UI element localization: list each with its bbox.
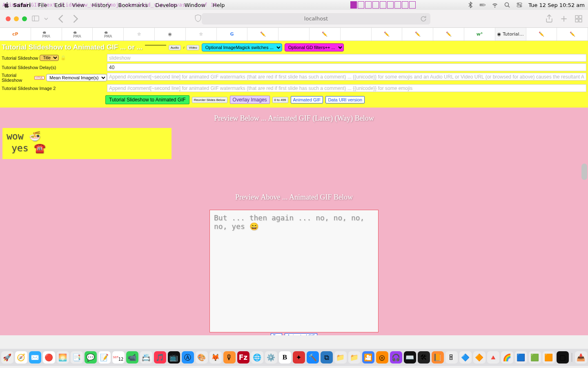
title-select[interactable]: Title (40, 55, 59, 61)
fav-blank-2[interactable] (341, 28, 372, 40)
dock-reminders[interactable]: 📑 (71, 351, 83, 364)
dock-chrome[interactable]: 🌈 (501, 351, 513, 364)
menu-bookmarks[interactable]: Bookmarks (118, 2, 148, 8)
scrollbar-thumb[interactable] (581, 164, 587, 180)
audio-button[interactable]: Audio (169, 45, 181, 50)
close-window[interactable] (6, 16, 11, 21)
dock-books[interactable]: 📙 (432, 351, 444, 364)
data-uri-link[interactable]: Data URI version (325, 96, 365, 103)
dock-dev[interactable]: 🛠 (418, 351, 430, 364)
bluetooth-icon[interactable] (467, 2, 474, 8)
dock-audio[interactable]: 🎙 (223, 351, 236, 364)
fav-cpanel[interactable]: cP (0, 28, 31, 40)
fav-pencil-3[interactable]: ✏️ (372, 28, 403, 40)
dock-music[interactable]: 🎵 (154, 351, 166, 364)
fav-pma-3[interactable]: 🛳PMA (93, 28, 124, 40)
dock-folder1[interactable]: 📁 (334, 351, 347, 364)
delay-input[interactable] (107, 63, 586, 71)
range-button[interactable]: 0 to 499 (272, 97, 288, 103)
dock-terminal1[interactable]: ⌨️ (404, 351, 416, 364)
menu-view[interactable]: View (72, 2, 85, 8)
dock-safari[interactable]: 🧭 (15, 351, 27, 364)
dock-app-g2[interactable]: 🔶 (473, 351, 486, 364)
dock-calendar[interactable]: SEP12 (112, 351, 125, 364)
app-menu[interactable]: Safari (13, 2, 31, 8)
menu-history[interactable]: History (92, 2, 111, 8)
battery-icon[interactable] (479, 2, 486, 8)
dock-orange[interactable]: ◎ (376, 351, 388, 364)
fav-pencil-4[interactable]: ✏️ (402, 28, 433, 40)
dock-filezilla[interactable]: Fz (237, 351, 249, 364)
blank-input-underline[interactable] (145, 45, 166, 45)
search-icon[interactable] (504, 2, 510, 8)
fav-star-2[interactable]: ☆ (186, 28, 217, 40)
fav-tutorial-active[interactable]: ◉ Tutorial… (495, 28, 526, 40)
dock-notes[interactable]: 📝 (98, 351, 111, 364)
dock-app-b[interactable]: B (279, 351, 291, 364)
tab-overview-icon[interactable] (575, 15, 582, 22)
sidebar-toggle-icon[interactable] (32, 15, 39, 22)
dock-messages[interactable]: 💬 (85, 351, 97, 364)
fav-pencil-2[interactable]: ✏️ (310, 28, 341, 40)
menu-edit[interactable]: Edit (54, 2, 65, 8)
convert-button[interactable]: Tutorial Slideshow to Animated GIF (105, 95, 189, 104)
image2-input[interactable] (107, 84, 586, 92)
fav-google[interactable]: G (217, 28, 248, 40)
dock-mail[interactable]: ✉️ (29, 351, 41, 364)
dock-downloads[interactable]: 📥 (575, 351, 587, 364)
new-tab-icon[interactable] (560, 15, 568, 22)
menu-help[interactable]: Help (213, 2, 225, 8)
fav-blank-1[interactable] (278, 28, 310, 40)
title-input[interactable] (107, 54, 586, 62)
dock-xcode[interactable]: 🔨 (307, 351, 319, 364)
reorder-button[interactable]: Reorder Slides Below (192, 97, 227, 103)
dock-app-red[interactable]: ✦ (293, 351, 305, 364)
dock-app-g4[interactable]: 🟩 (529, 351, 541, 364)
dock-opera[interactable]: 🔴 (43, 351, 55, 364)
fav-circle[interactable]: ◉ (155, 28, 186, 40)
back-button[interactable] (57, 15, 65, 22)
page-content[interactable]: Tutorial Slideshow to Animated GIF ... o… (0, 41, 588, 335)
animated-gif-link[interactable]: Animated GIF (291, 96, 323, 103)
dock-audacity[interactable]: 🎚 (445, 351, 458, 364)
overlay-images-button[interactable]: Overlay Images (230, 96, 270, 104)
fav-pencil-1[interactable]: ✏️ (247, 28, 278, 40)
forward-button[interactable] (72, 15, 79, 22)
fav-pencil-7[interactable]: ✏️ (557, 28, 588, 40)
menu-window[interactable]: Window (185, 2, 205, 8)
share-icon[interactable] (546, 15, 553, 22)
fav-pencil-5[interactable]: ✏️ (433, 28, 464, 40)
dock-app-g3[interactable]: 🟦 (515, 351, 527, 364)
fav-pma-1[interactable]: 🛳PMA (31, 28, 62, 40)
dock-facetime[interactable]: 📹 (126, 351, 138, 364)
privacy-shield-icon[interactable] (194, 15, 202, 22)
image-effect-select[interactable]: Mean Removal Image(s) (46, 74, 107, 81)
imagemagick-select[interactable]: Optional ImageMagick switches ... (202, 43, 282, 52)
fav-w3[interactable]: w³ (464, 28, 495, 40)
dock-chrome2[interactable]: 🌐 (251, 351, 263, 364)
dock-contacts[interactable]: 📇 (140, 351, 152, 364)
dock-photos[interactable]: 🌅 (57, 351, 69, 364)
menu-file[interactable]: File (38, 2, 47, 8)
address-bar[interactable]: localhost (202, 13, 430, 25)
dock-vscode[interactable]: ⧉ (321, 351, 333, 364)
dock-tv[interactable]: 📺 (168, 351, 180, 364)
menubar-clock[interactable]: Tue 12 Sep 10:52 am (528, 2, 585, 8)
dock-podcasts[interactable]: 🎧 (390, 351, 402, 364)
dock-paint[interactable]: 🎨 (196, 351, 208, 364)
image1-input[interactable] (107, 73, 586, 81)
wifi-icon[interactable] (492, 2, 498, 8)
dock-firefox[interactable]: 🦊 (209, 351, 222, 364)
apple-logo-icon[interactable] (3, 2, 10, 8)
dock-app-g1[interactable]: 🔷 (459, 351, 472, 364)
fav-star-1[interactable]: ☆ (124, 28, 155, 40)
chevron-down-icon[interactable] (44, 15, 48, 22)
minimize-window[interactable] (14, 16, 19, 21)
reload-icon[interactable] (420, 15, 427, 22)
dock-appstore[interactable]: Ⓐ (182, 351, 194, 364)
dock-app-g5[interactable]: 🟧 (543, 351, 555, 364)
dock-cmake[interactable]: 🔺 (487, 351, 499, 364)
dock-launchpad[interactable]: 🚀 (1, 351, 13, 364)
dock-terminal2[interactable]: ▢ (557, 351, 569, 364)
gd-filters-select[interactable]: Optional GD filters++ ... (285, 43, 344, 52)
